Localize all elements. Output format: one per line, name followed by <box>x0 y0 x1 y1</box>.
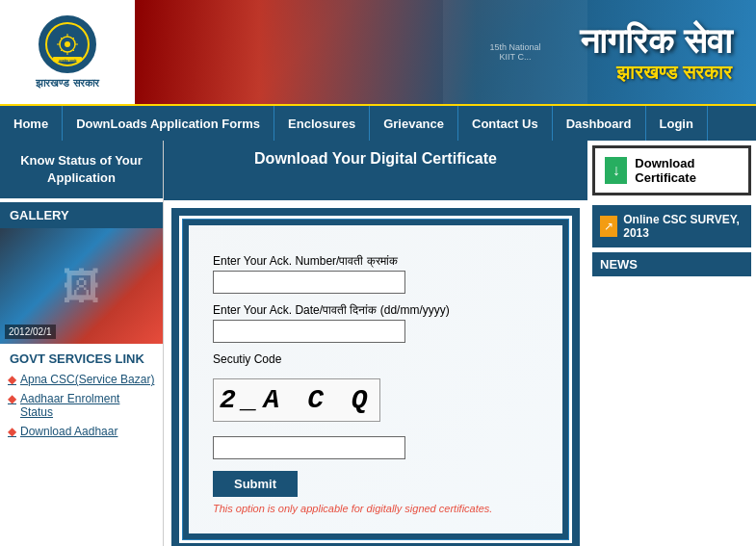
hindi-title: नागरिक सेवा <box>580 20 732 62</box>
header-banner: 15th NationalKIIT C... नागरिक सेवा झारखण… <box>135 0 756 104</box>
hindi-subtitle: झारखण्ड सरकार <box>580 62 732 84</box>
ack-number-label: Enter Your Ack. Number/पावती क्रमांक <box>213 254 538 268</box>
nav-dashboard[interactable]: Dashboard <box>553 106 646 141</box>
nav-downloads[interactable]: DownLoads Application Forms <box>63 106 274 141</box>
sidebar-link-apna-csc[interactable]: ◆ Apna CSC(Service Bazar) <box>0 370 163 389</box>
nav-contact[interactable]: Contact Us <box>458 106 553 141</box>
captcha-image: 2_A C Q <box>213 378 380 422</box>
gallery-date: 2012/02/1 <box>5 325 56 339</box>
main-content: Download Your Digital Certificate ↓ Down… <box>164 141 756 546</box>
content-area: Know Status of Your Application GALLERY … <box>0 141 756 546</box>
download-cert-label: Download Certificate <box>635 156 739 185</box>
header-logo: सत्यमेव जयते झारखण्ड सरकार <box>0 0 135 104</box>
form-area: Enter Your Ack. Number/पावती क्रमांक Ent… <box>164 200 587 546</box>
header: सत्यमेव जयते झारखण्ड सरकार 15th National… <box>0 0 756 104</box>
cert-form-outer: Enter Your Ack. Number/पावती क्रमांक Ent… <box>171 208 580 546</box>
online-csc-button[interactable]: ↗ Online CSC SURVEY, 2013 <box>592 205 751 247</box>
csc-icon: ↗ <box>600 216 617 237</box>
sidebar: Know Status of Your Application GALLERY … <box>0 141 164 546</box>
svg-point-2 <box>65 41 70 47</box>
govt-services-label: GOVT SERVICES LINK <box>0 344 163 370</box>
svg-text:सत्यमेव जयते: सत्यमेव जयते <box>58 59 77 64</box>
link-arrow-icon: ◆ <box>8 392 16 405</box>
link-arrow-icon: ◆ <box>8 425 16 438</box>
right-panel: ↓ Download Certificate <box>587 141 756 200</box>
download-icon: ↓ <box>605 157 627 184</box>
ack-date-label: Enter Your Ack. Date/पावती दिनांक (dd/mm… <box>213 303 538 317</box>
main-title: Download Your Digital Certificate <box>164 141 587 200</box>
sidebar-link-download-aadhaar[interactable]: ◆ Download Aadhaar <box>0 422 163 441</box>
nav-grievance[interactable]: Grievance <box>370 106 458 141</box>
news-header: NEWS <box>592 252 751 276</box>
gallery-label: GALLERY <box>0 202 163 228</box>
nav-home[interactable]: Home <box>0 106 63 141</box>
sidebar-status-title: Know Status of Your Application <box>0 141 163 198</box>
download-certificate-button[interactable]: ↓ Download Certificate <box>592 145 751 195</box>
cert-form-inner: Enter Your Ack. Number/पावती क्रमांक Ent… <box>183 220 568 539</box>
link-arrow-icon: ◆ <box>8 373 16 386</box>
right-panel-bottom: ↗ Online CSC SURVEY, 2013 NEWS <box>587 200 756 281</box>
nav-enclosures[interactable]: Enclosures <box>274 106 370 141</box>
logo-emblem: सत्यमेव जयते <box>39 15 96 73</box>
csc-label: Online CSC SURVEY, 2013 <box>623 213 743 240</box>
nav-login[interactable]: Login <box>646 106 708 141</box>
ack-number-input[interactable] <box>213 271 405 294</box>
logo-text: झारखण्ड सरकार <box>36 77 98 90</box>
sidebar-link-aadhaar-enrolment[interactable]: ◆ Aadhaar Enrolment Status <box>0 389 163 422</box>
note-text: This option is only applicable for digit… <box>213 503 538 514</box>
captcha-input[interactable] <box>213 436 405 459</box>
security-code-label: Secutiy Code <box>213 352 538 366</box>
gallery-image: 🖼 2012/02/1 <box>0 228 163 344</box>
submit-button[interactable]: Submit <box>213 471 298 497</box>
main-nav: Home DownLoads Application Forms Enclosu… <box>0 104 756 141</box>
ack-date-input[interactable] <box>213 320 405 343</box>
